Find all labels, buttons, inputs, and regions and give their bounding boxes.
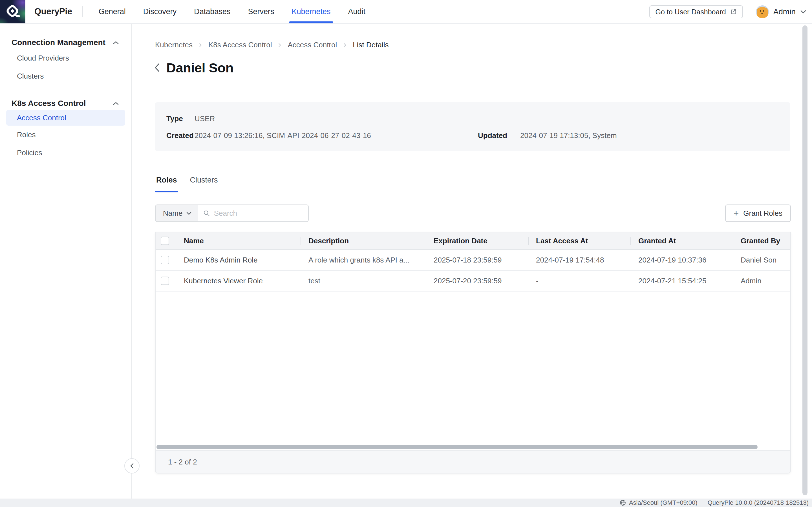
cell-description: A role which grants k8s API a... [301,256,426,265]
chevron-down-icon[interactable] [800,10,806,14]
chevron-right-icon [199,43,202,48]
nav-general[interactable]: General [99,0,126,23]
column-name[interactable]: Name [184,237,301,245]
cell-description: test [301,277,426,285]
select-all-checkbox[interactable] [161,237,169,245]
back-button[interactable] [154,60,166,75]
grant-roles-label: Grant Roles [743,209,782,218]
pagination-bar: 1 - 2 of 2 [156,450,790,473]
column-last-access-at[interactable]: Last Access At [528,237,630,245]
cell-granted-by: Admin [733,277,790,285]
column-expiration-date[interactable]: Expiration Date [426,237,528,245]
table-header: Name Description Expiration Date Last Ac… [156,232,790,250]
sidebar-item-clusters[interactable]: Clusters [0,67,132,85]
column-granted-by[interactable]: Granted By [733,237,790,245]
details-row-audit: Created 2024-07-09 13:26:16, SCIM-API-20… [166,129,779,142]
cell-granted-at: 2024-07-21 15:54:25 [630,277,733,285]
cell-expiration-date: 2025-07-18 23:59:59 [426,256,528,265]
breadcrumb-access-control[interactable]: Access Control [288,41,337,49]
sidebar-section-k8s-access-control: K8s Access Control Access Control Roles … [0,97,132,162]
tab-clusters[interactable]: Clusters [190,176,218,192]
column-separator [301,237,301,245]
avatar[interactable] [756,5,769,18]
roles-table: Name Description Expiration Date Last Ac… [155,232,791,473]
sidebar: Connection Management Cloud Providers Cl… [0,24,132,499]
nav-servers[interactable]: Servers [248,0,274,23]
nav-audit[interactable]: Audit [348,0,366,23]
breadcrumb-list-details: List Details [353,41,389,49]
querypie-logo-icon [4,4,21,19]
details-row-type: Type USER [166,112,779,125]
sidebar-item-cloud-providers[interactable]: Cloud Providers [0,49,132,67]
row-checkbox[interactable] [161,277,169,285]
nav-databases[interactable]: Databases [194,0,231,23]
go-to-user-dashboard-button[interactable]: Go to User Dashboard [649,5,743,18]
footer-version: QueryPie 10.0.0 (20240718-182513) [708,499,809,506]
search-input[interactable] [214,209,303,218]
page-title: Daniel Son [166,60,234,75]
table-row[interactable]: Demo K8s Admin Role A role which grants … [156,250,790,271]
pagination-count: 1 - 2 of 2 [168,458,197,466]
chevron-right-icon [278,43,282,48]
breadcrumb: Kubernetes K8s Access Control Access Con… [155,41,389,49]
chevron-down-icon [186,212,192,215]
chevron-left-icon [154,62,160,73]
cell-last-access-at: 2024-07-19 17:54:48 [528,256,630,265]
top-bar: QueryPie General Discovery Databases Ser… [0,0,812,24]
sidebar-header-label: K8s Access Control [11,99,86,108]
tab-roles[interactable]: Roles [156,176,177,192]
column-separator [426,237,426,245]
horizontal-scrollbar[interactable] [156,445,758,449]
grant-roles-button[interactable]: + Grant Roles [725,205,791,222]
filter-row: Name + Grant Roles [155,205,791,222]
search-field-select[interactable]: Name [155,205,198,222]
footer-timezone-text: Asia/Seoul (GMT+09:00) [629,499,698,506]
column-granted-at[interactable]: Granted At [630,237,733,245]
column-separator [630,237,631,245]
title-row: Daniel Son [154,60,234,75]
detail-tabs: Roles Clusters [156,176,231,192]
sidebar-item-policies[interactable]: Policies [0,144,132,162]
type-value: USER [195,114,215,123]
cell-granted-at: 2024-07-19 10:37:36 [630,256,733,265]
sidebar-header-label: Connection Management [11,38,105,47]
breadcrumb-k8s-access-control[interactable]: K8s Access Control [208,41,272,49]
type-label: Type [166,114,195,123]
cell-granted-by: Daniel Son [733,256,790,265]
created-value: 2024-07-09 13:26:16, SCIM-API-2024-06-27… [195,131,478,140]
column-description[interactable]: Description [301,237,426,245]
topbar-right: Go to User Dashboard Admin [649,0,807,24]
updated-value: 2024-07-19 17:13:05, System [520,131,617,140]
sidebar-header-connection-management[interactable]: Connection Management [0,36,132,49]
globe-icon [619,499,626,506]
sidebar-collapse-button[interactable] [124,458,140,473]
created-label: Created [166,131,195,140]
user-name[interactable]: Admin [773,7,796,16]
sidebar-header-k8s-access-control[interactable]: K8s Access Control [0,97,132,110]
footer-bar: Asia/Seoul (GMT+09:00) QueryPie 10.0.0 (… [0,499,812,507]
nav-discovery[interactable]: Discovery [143,0,177,23]
sidebar-section-connection-management: Connection Management Cloud Providers Cl… [0,36,132,85]
cell-last-access-at: - [528,277,630,285]
breadcrumb-kubernetes[interactable]: Kubernetes [155,41,193,49]
plus-icon: + [733,209,739,218]
sidebar-item-roles[interactable]: Roles [0,126,132,144]
footer-timezone: Asia/Seoul (GMT+09:00) [619,499,698,506]
cell-expiration-date: 2025-07-20 23:59:59 [426,277,528,285]
updated-label: Updated [478,131,520,140]
sidebar-item-access-control[interactable]: Access Control [6,110,125,126]
details-panel: Type USER Created 2024-07-09 13:26:16, S… [155,102,790,151]
external-link-icon [730,8,737,15]
main-content: Kubernetes K8s Access Control Access Con… [133,24,812,499]
table-row[interactable]: Kubernetes Viewer Role test 2025-07-20 2… [156,271,790,291]
cell-name: Demo K8s Admin Role [184,256,301,265]
search-icon [203,210,210,217]
nav-kubernetes[interactable]: Kubernetes [292,0,331,23]
search-group: Name [155,205,309,222]
search-field-label: Name [163,209,183,218]
cell-name: Kubernetes Viewer Role [184,277,301,285]
querypie-logo[interactable] [0,0,26,23]
row-checkbox[interactable] [161,256,169,264]
chevron-left-icon [130,463,134,469]
vertical-scrollbar[interactable] [802,25,808,495]
